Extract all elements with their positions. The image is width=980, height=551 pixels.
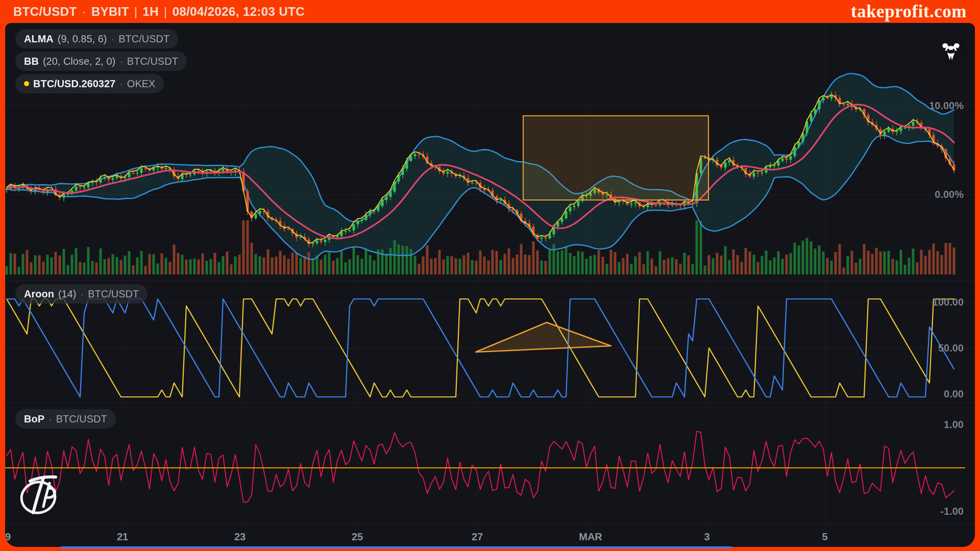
drawing-rectangle[interactable] — [523, 115, 709, 201]
legend-separator: · — [48, 413, 52, 425]
legend-okex-name: BTC/USD.260327 — [33, 78, 115, 90]
legend-okex-compare[interactable]: BTC/USD.260327 · OKEX — [15, 74, 164, 93]
series-color-dot-icon — [24, 81, 29, 86]
bull-icon — [940, 42, 962, 63]
time-axis-label: 5 — [822, 531, 827, 543]
legend-bb-params: (20, Close, 2, 0) — [43, 56, 115, 67]
drawing-triangle[interactable] — [5, 281, 975, 402]
pane-separator[interactable] — [5, 402, 975, 403]
legend-aroon[interactable]: Aroon (14) · BTC/USDT — [15, 284, 148, 304]
legend-separator: · — [119, 56, 123, 67]
legend-alma-symbol: BTC/USDT — [118, 33, 169, 45]
title-dot-separator: · — [82, 5, 86, 19]
legend-alma-name: ALMA — [24, 33, 54, 45]
aroon-axis-label: 0.00 — [944, 388, 964, 400]
legend-bb[interactable]: BB (20, Close, 2, 0) · BTC/USDT — [15, 52, 187, 71]
chart-title: BTC/USDT · BYBIT | 1H | 08/04/2026, 12:0… — [13, 5, 305, 19]
legend-bop[interactable]: BoP · BTC/USDT — [15, 409, 116, 429]
title-bar: BTC/USDT · BYBIT | 1H | 08/04/2026, 12:0… — [0, 0, 980, 23]
legend-separator: · — [111, 33, 114, 45]
price-axis-label: 0.00% — [935, 189, 964, 201]
legend-aroon-params: (14) — [58, 288, 77, 300]
aroon-axis-label: 50.00 — [938, 342, 964, 354]
pane-separator[interactable] — [5, 524, 975, 525]
legend-aroon-symbol: BTC/USDT — [88, 288, 139, 300]
legend-alma-params: (9, 0.85, 6) — [58, 33, 107, 45]
datetime-label: 08/04/2026, 12:03 UTC — [173, 5, 305, 19]
time-axis-label: 23 — [234, 531, 246, 543]
app-frame: BTC/USDT · BYBIT | 1H | 08/04/2026, 12:0… — [0, 0, 980, 551]
bop-pane-canvas[interactable] — [5, 402, 975, 524]
title-pipe-separator: | — [164, 5, 167, 19]
bull-logo-badge[interactable] — [934, 36, 968, 69]
legend-bop-name: BoP — [24, 413, 44, 425]
legend-bb-name: BB — [24, 56, 39, 67]
horizontal-scrollbar[interactable] — [60, 546, 732, 548]
legend-separator: · — [119, 78, 123, 90]
time-axis-label: 9 — [5, 531, 11, 543]
time-axis-label: 3 — [704, 531, 709, 543]
legend-aroon-name: Aroon — [24, 288, 54, 300]
legend-separator: · — [80, 288, 84, 300]
time-axis-label: MAR — [579, 531, 602, 543]
time-axis-label: 27 — [472, 531, 483, 543]
symbol-label: BTC/USDT — [13, 5, 77, 19]
bop-axis-label: -1.00 — [940, 506, 964, 517]
time-axis-label: 21 — [117, 531, 128, 543]
price-axis-label: 10.00% — [929, 100, 964, 112]
timeframe-label: 1H — [143, 5, 159, 19]
bop-axis-label: 1.00 — [944, 419, 964, 431]
chart-panel: ALMA (9, 0.85, 6) · BTC/USDT BB (20, Clo… — [5, 23, 975, 547]
exchange-label: BYBIT — [91, 5, 129, 19]
legend-bop-symbol: BTC/USDT — [56, 413, 107, 425]
tp-watermark-icon — [13, 466, 69, 522]
takeprofit-logo: takeprofit.com — [851, 2, 967, 22]
time-axis-label: 25 — [352, 531, 363, 543]
legend-bb-symbol: BTC/USDT — [127, 56, 178, 67]
legend-alma[interactable]: ALMA (9, 0.85, 6) · BTC/USDT — [15, 29, 178, 48]
aroon-axis-label: 100.00 — [933, 296, 964, 308]
title-pipe-separator: | — [134, 5, 138, 19]
legend-okex-symbol: OKEX — [127, 78, 156, 90]
